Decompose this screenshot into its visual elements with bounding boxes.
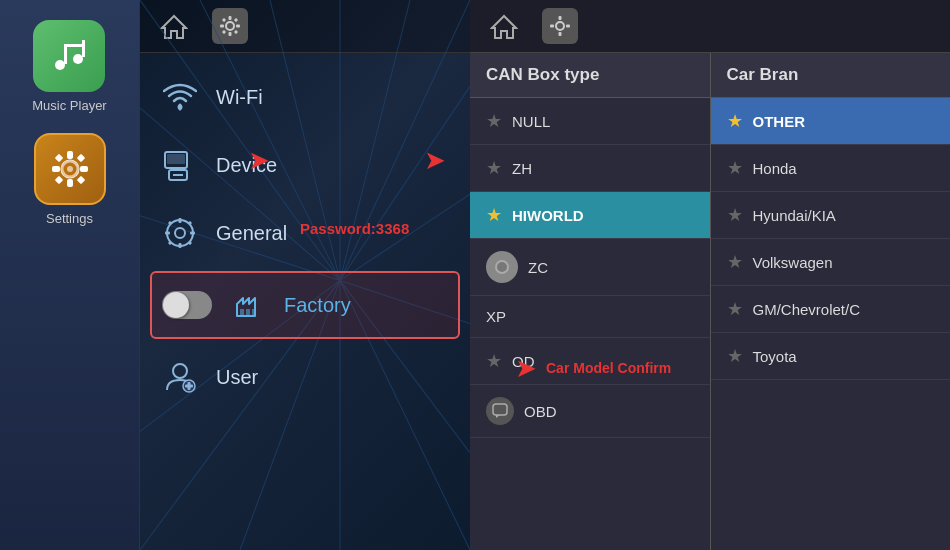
home-icon[interactable] — [156, 8, 192, 44]
svg-marker-16 — [162, 16, 186, 38]
svg-rect-9 — [52, 166, 60, 172]
music-player-label: Music Player — [32, 98, 106, 113]
list-item-null[interactable]: ★ NULL — [470, 98, 710, 145]
item-od-label: OD — [512, 353, 535, 370]
list-item-obd[interactable]: OBD — [470, 385, 710, 438]
item-null-label: NULL — [512, 113, 550, 130]
star-volkswagen: ★ — [727, 251, 743, 273]
svg-rect-53 — [190, 232, 195, 235]
item-zh-label: ZH — [512, 160, 532, 177]
svg-rect-68 — [559, 32, 562, 36]
star-other: ★ — [727, 110, 743, 132]
can-box-type-column: CAN Box type ★ NULL ★ ZH ★ HIWORLD — [470, 53, 711, 550]
can-box-type-header: CAN Box type — [470, 53, 710, 98]
list-item-hiworld[interactable]: ★ HIWORLD — [470, 192, 710, 239]
list-item-volkswagen[interactable]: ★ Volkswagen — [711, 239, 951, 286]
list-item-toyota[interactable]: ★ Toyota — [711, 333, 951, 380]
list-item-gm[interactable]: ★ GM/Chevrolet/C — [711, 286, 951, 333]
item-hyundai-label: Hyundai/KIA — [753, 207, 836, 224]
item-obd-label: OBD — [524, 403, 557, 420]
svg-rect-11 — [54, 154, 62, 162]
svg-point-49 — [175, 228, 185, 238]
right-settings-icon[interactable] — [542, 8, 578, 44]
sidebar-item-settings[interactable]: Settings — [34, 133, 106, 226]
item-zc-label: ZC — [528, 259, 548, 276]
wifi-label: Wi-Fi — [216, 86, 263, 109]
menu-item-factory[interactable]: Factory — [150, 271, 460, 339]
chat-icon — [486, 397, 514, 425]
item-gm-label: GM/Chevrolet/C — [753, 301, 861, 318]
star-zh: ★ — [486, 157, 502, 179]
svg-rect-64 — [185, 385, 193, 388]
arrow-device: ➤ — [248, 145, 270, 176]
factory-icon — [228, 285, 268, 325]
list-item-other[interactable]: ★ OTHER — [711, 98, 951, 145]
general-label: General — [216, 222, 287, 245]
item-xp-label: XP — [486, 308, 506, 325]
svg-rect-67 — [559, 16, 562, 20]
right-panel: CAN Box type ★ NULL ★ ZH ★ HIWORLD — [470, 0, 950, 550]
menu-item-device[interactable]: Device — [140, 131, 470, 199]
right-columns: CAN Box type ★ NULL ★ ZH ★ HIWORLD — [470, 53, 950, 550]
list-item-zh[interactable]: ★ ZH — [470, 145, 710, 192]
svg-rect-13 — [54, 176, 62, 184]
svg-rect-51 — [179, 243, 182, 248]
right-panel-header — [470, 0, 950, 53]
toggle-knob — [163, 292, 189, 318]
car-brand-header: Car Bran — [711, 53, 951, 98]
svg-rect-69 — [550, 25, 554, 28]
sidebar: Music Player — [0, 0, 140, 550]
list-item-honda[interactable]: ★ Honda — [711, 145, 951, 192]
list-item-zc[interactable]: ZC — [470, 239, 710, 296]
right-home-icon[interactable] — [486, 8, 522, 44]
list-item-od[interactable]: ★ OD — [470, 338, 710, 385]
svg-rect-25 — [234, 30, 238, 34]
general-icon — [160, 213, 200, 253]
svg-point-43 — [178, 105, 183, 110]
confirm-icon — [486, 251, 518, 283]
svg-point-17 — [226, 22, 234, 30]
sidebar-item-music-player[interactable]: Music Player — [32, 20, 106, 113]
wifi-icon — [160, 77, 200, 117]
device-icon — [160, 145, 200, 185]
item-honda-label: Honda — [753, 160, 797, 177]
svg-rect-12 — [76, 154, 84, 162]
settings-header-icon[interactable] — [212, 8, 248, 44]
star-hiworld: ★ — [486, 204, 502, 226]
item-toyota-label: Toyota — [753, 348, 797, 365]
svg-rect-19 — [229, 32, 232, 36]
music-note-icon — [47, 34, 91, 78]
star-hyundai: ★ — [727, 204, 743, 226]
svg-point-66 — [556, 22, 564, 30]
music-player-icon-bg — [33, 20, 105, 92]
svg-rect-8 — [67, 179, 73, 187]
settings-gear-icon — [46, 145, 94, 193]
svg-rect-0 — [55, 60, 65, 70]
svg-rect-24 — [222, 30, 226, 34]
svg-marker-65 — [492, 16, 516, 38]
svg-rect-20 — [220, 25, 224, 28]
list-item-hyundai[interactable]: ★ Hyundai/KIA — [711, 192, 951, 239]
car-brand-column: Car Bran ★ OTHER ★ Honda ★ Hyundai/KIA — [711, 53, 951, 550]
list-item-xp[interactable]: XP — [470, 296, 710, 338]
menu-item-wifi[interactable]: Wi-Fi — [140, 63, 470, 131]
svg-rect-73 — [493, 404, 507, 415]
svg-rect-1 — [73, 54, 83, 64]
settings-label: Settings — [46, 211, 93, 226]
svg-rect-14 — [76, 176, 84, 184]
svg-rect-21 — [236, 25, 240, 28]
svg-rect-52 — [165, 232, 170, 235]
star-od: ★ — [486, 350, 502, 372]
svg-rect-70 — [566, 25, 570, 28]
svg-rect-10 — [80, 166, 88, 172]
menu-items-list: Wi-Fi Device — [140, 53, 470, 421]
star-null: ★ — [486, 110, 502, 132]
factory-toggle[interactable] — [162, 291, 212, 319]
svg-rect-22 — [222, 18, 226, 22]
item-hiworld-label: HIWORLD — [512, 207, 584, 224]
menu-item-user[interactable]: User — [140, 343, 470, 411]
user-label: User — [216, 366, 258, 389]
middle-panel-header — [140, 0, 470, 53]
item-other-label: OTHER — [753, 113, 806, 130]
svg-rect-58 — [240, 309, 244, 316]
